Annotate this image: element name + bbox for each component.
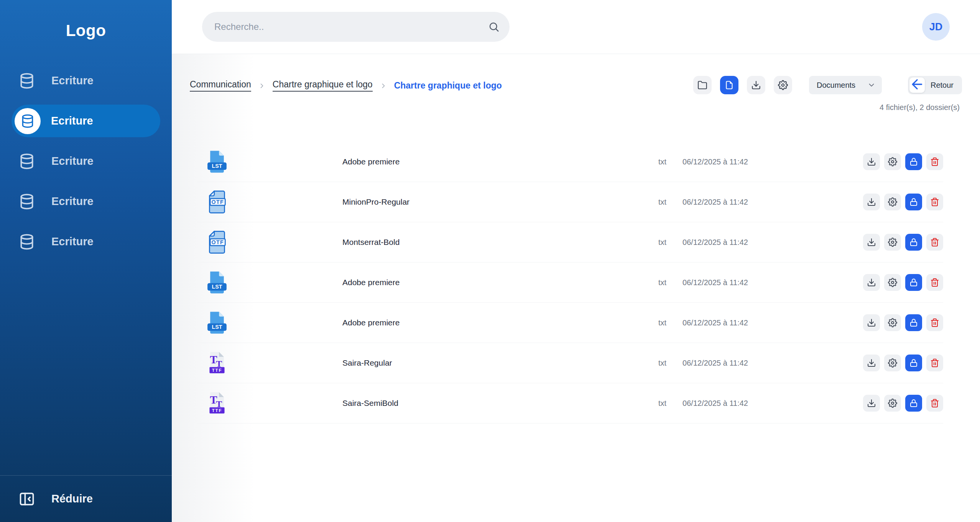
svg-text:LST: LST bbox=[212, 284, 222, 290]
trash-icon bbox=[930, 197, 939, 207]
lock-icon bbox=[909, 157, 918, 166]
svg-text:TTF: TTF bbox=[212, 368, 222, 373]
file-date: 06/12/2025 à 11:42 bbox=[677, 359, 748, 368]
chevron-right-icon bbox=[258, 82, 266, 89]
lock-button[interactable] bbox=[905, 194, 922, 210]
svg-text:TTF: TTF bbox=[212, 408, 222, 413]
avatar[interactable]: JD bbox=[922, 13, 950, 41]
breadcrumb-current: Chartre graphique et logo bbox=[394, 80, 502, 91]
sidebar-item-ecriture-1[interactable]: Ecriture bbox=[0, 61, 172, 101]
file-type-icon-ttf: TTTTF bbox=[206, 391, 228, 415]
download-all-button[interactable] bbox=[747, 76, 765, 94]
file-date: 06/12/2025 à 11:42 bbox=[677, 238, 748, 247]
download-button[interactable] bbox=[863, 395, 880, 412]
settings-button[interactable] bbox=[884, 153, 901, 170]
file-view-button[interactable] bbox=[720, 76, 738, 94]
chevron-right-icon bbox=[380, 82, 387, 89]
sidebar-collapse-button[interactable]: Réduire bbox=[0, 475, 172, 522]
delete-button[interactable] bbox=[926, 153, 943, 170]
delete-button[interactable] bbox=[926, 314, 943, 331]
search-input[interactable] bbox=[202, 12, 510, 42]
lock-icon bbox=[909, 238, 918, 247]
breadcrumb-link-1[interactable]: Communication bbox=[190, 79, 251, 92]
delete-button[interactable] bbox=[926, 355, 943, 371]
file-name: Adobe premiere bbox=[342, 318, 400, 327]
file-type-label: txt bbox=[658, 158, 666, 166]
collapse-label: Réduire bbox=[51, 492, 93, 505]
download-icon bbox=[867, 157, 876, 166]
svg-text:LST: LST bbox=[212, 324, 222, 330]
search-icon[interactable] bbox=[488, 21, 500, 33]
file-type-label: txt bbox=[658, 399, 666, 408]
file-type-icon-ttf: TTTTF bbox=[206, 351, 228, 375]
sidebar-item-ecriture-4[interactable]: Ecriture bbox=[0, 181, 172, 222]
file-type-label: txt bbox=[658, 278, 666, 287]
download-button[interactable] bbox=[863, 153, 880, 170]
settings-button[interactable] bbox=[884, 355, 901, 371]
sidebar: Logo EcritureEcritureEcritureEcritureEcr… bbox=[0, 0, 172, 522]
file-name: Adobe premiere bbox=[342, 157, 400, 166]
database-icon bbox=[20, 114, 35, 128]
folder-view-button[interactable] bbox=[693, 76, 712, 94]
delete-button[interactable] bbox=[926, 395, 943, 412]
file-type-label: txt bbox=[658, 198, 666, 207]
download-button[interactable] bbox=[863, 355, 880, 371]
download-button[interactable] bbox=[863, 274, 880, 291]
delete-button[interactable] bbox=[926, 234, 943, 251]
lock-button[interactable] bbox=[905, 234, 922, 251]
panel-collapse-icon bbox=[18, 491, 35, 507]
delete-button[interactable] bbox=[926, 194, 943, 210]
sidebar-item-ecriture-2-active[interactable]: Ecriture bbox=[12, 105, 160, 137]
file-date: 06/12/2025 à 11:42 bbox=[677, 318, 748, 327]
app: Logo EcritureEcritureEcritureEcritureEcr… bbox=[0, 0, 980, 522]
settings-button[interactable] bbox=[884, 395, 901, 412]
breadcrumb-link-2[interactable]: Chartre graphique et logo bbox=[273, 79, 373, 92]
lock-icon bbox=[909, 278, 918, 287]
download-button[interactable] bbox=[863, 194, 880, 210]
settings-button[interactable] bbox=[884, 194, 901, 210]
svg-text:LST: LST bbox=[212, 163, 222, 169]
lock-icon bbox=[909, 358, 918, 368]
delete-button[interactable] bbox=[926, 274, 943, 291]
file-row: LSTAdobe premieretxt06/12/2025 à 11:42 bbox=[197, 142, 943, 182]
download-button[interactable] bbox=[863, 314, 880, 331]
main-content: CommunicationChartre graphique et logoCh… bbox=[172, 54, 980, 522]
lock-button[interactable] bbox=[905, 314, 922, 331]
settings-button[interactable] bbox=[884, 234, 901, 251]
back-button[interactable]: Retour bbox=[908, 76, 962, 94]
row-actions bbox=[863, 194, 943, 210]
lock-button[interactable] bbox=[905, 355, 922, 371]
download-button[interactable] bbox=[863, 234, 880, 251]
file-type-label: txt bbox=[658, 359, 666, 368]
gear-icon bbox=[888, 197, 897, 207]
sidebar-item-ecriture-5[interactable]: Ecriture bbox=[0, 222, 172, 262]
documents-select[interactable]: Documents bbox=[809, 76, 882, 94]
database-icon bbox=[18, 153, 35, 170]
lock-button[interactable] bbox=[905, 274, 922, 291]
file-solid-icon bbox=[724, 80, 734, 90]
search-bar bbox=[202, 12, 510, 42]
download-icon bbox=[751, 80, 761, 90]
download-icon bbox=[867, 358, 876, 368]
breadcrumb: CommunicationChartre graphique et logoCh… bbox=[190, 79, 502, 92]
download-icon bbox=[867, 278, 876, 287]
arrow-left-icon bbox=[909, 77, 925, 93]
trash-icon bbox=[930, 157, 939, 166]
lock-button[interactable] bbox=[905, 153, 922, 170]
gear-icon bbox=[888, 157, 897, 166]
trash-icon bbox=[930, 278, 939, 287]
settings-button[interactable] bbox=[774, 76, 792, 94]
lock-button[interactable] bbox=[905, 395, 922, 412]
settings-button[interactable] bbox=[884, 274, 901, 291]
trash-icon bbox=[930, 318, 939, 327]
download-icon bbox=[867, 197, 876, 207]
settings-button[interactable] bbox=[884, 314, 901, 331]
download-icon bbox=[867, 399, 876, 408]
toolbar-buttons bbox=[693, 76, 792, 94]
sidebar-item-ecriture-3[interactable]: Ecriture bbox=[0, 141, 172, 181]
sidebar-menu: EcritureEcritureEcritureEcritureEcriture bbox=[0, 61, 172, 262]
file-date: 06/12/2025 à 11:42 bbox=[677, 198, 748, 207]
file-date: 06/12/2025 à 11:42 bbox=[677, 278, 748, 287]
sidebar-item-label: Ecriture bbox=[51, 155, 94, 167]
file-row: OTFMinionPro-Regulartxt06/12/2025 à 11:4… bbox=[197, 182, 943, 222]
